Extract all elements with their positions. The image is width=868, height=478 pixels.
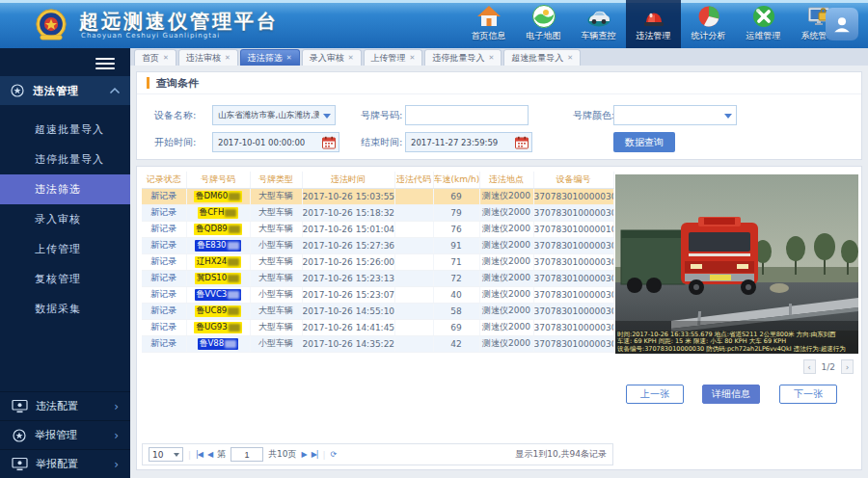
detail-info-button[interactable]: 详细信息 bbox=[702, 385, 760, 404]
start-time-label: 开始时间: bbox=[154, 136, 196, 149]
sidebar-section-violation[interactable]: 违法管理 bbox=[0, 76, 130, 105]
cell-type: 大型车辆 bbox=[250, 204, 302, 221]
tab-parking-batch-import[interactable]: 违停批量导入✕ bbox=[424, 49, 502, 66]
sidebar-group-report-config[interactable]: 举报配置 › bbox=[0, 449, 130, 478]
nav-maintenance[interactable]: 运维管理 bbox=[736, 0, 791, 48]
sidebar-item-parking-batch-import[interactable]: 违停批量导入 bbox=[0, 145, 130, 174]
cell-speed: 71 bbox=[433, 253, 479, 270]
sidebar-group-violation-config[interactable]: 违法配置 › bbox=[0, 391, 130, 420]
cell-speed: 69 bbox=[433, 319, 479, 335]
truck-photo-illustration bbox=[615, 174, 858, 354]
tab-upload-management[interactable]: 上传管理✕ bbox=[364, 49, 423, 66]
cell-code bbox=[394, 319, 433, 335]
next-photo-button[interactable]: 下一张 bbox=[779, 385, 837, 404]
redacted-plate-tail bbox=[229, 226, 240, 233]
data-query-button[interactable]: 数据查询 bbox=[613, 132, 675, 152]
cell-time: 2017-10-26 15:18:32 bbox=[302, 204, 394, 221]
plate-number-input[interactable] bbox=[405, 105, 529, 125]
tab-home[interactable]: 首页✕ bbox=[134, 49, 176, 66]
plate-color-label: 号牌颜色: bbox=[573, 109, 614, 122]
cell-code bbox=[394, 335, 433, 352]
last-page-icon[interactable]: ▶| bbox=[312, 450, 318, 459]
cell-time: 2017-10-26 15:03:55 bbox=[302, 188, 394, 204]
sidebar-item-violation-filter[interactable]: 违法筛选 bbox=[0, 174, 130, 204]
plate-color-select[interactable] bbox=[613, 105, 737, 125]
end-time-input[interactable]: 2017-11-27 23:59:59 bbox=[405, 132, 532, 152]
column-header: 车速(km/h) bbox=[433, 172, 479, 188]
tab-label: 超速批量导入 bbox=[511, 52, 563, 65]
cell-location: 测速仪2000 bbox=[479, 319, 533, 335]
chevron-down-icon bbox=[323, 114, 331, 119]
close-icon[interactable]: ✕ bbox=[410, 54, 416, 62]
redacted-plate-tail bbox=[229, 193, 240, 200]
photo-pager: ‹ 1/2 › bbox=[803, 359, 854, 374]
device-name-select[interactable]: 山东省潍坊市寨,山东潍坊,测速21 bbox=[212, 105, 336, 125]
close-icon[interactable]: ✕ bbox=[225, 54, 231, 62]
cell-location: 测速仪2000 bbox=[479, 286, 533, 303]
nav-statistics[interactable]: 统计分析 bbox=[681, 0, 736, 48]
column-header: 号牌类型 bbox=[250, 172, 302, 188]
photo-prev-page-icon[interactable]: ‹ bbox=[803, 359, 816, 374]
nav-label: 车辆查控 bbox=[571, 30, 626, 42]
sidebar-item-upload-management[interactable]: 上传管理 bbox=[0, 234, 130, 264]
table-row[interactable]: 新记录 鲁DM60 大型车辆 2017-10-26 15:03:55 69 测速… bbox=[142, 188, 613, 204]
cell-speed: 69 bbox=[433, 188, 479, 204]
page-size-select[interactable]: 10 bbox=[149, 447, 183, 462]
previous-photo-button[interactable]: 上一张 bbox=[626, 385, 684, 404]
close-icon[interactable]: ✕ bbox=[348, 54, 354, 62]
pagination-summary: 显示1到10,共94条记录 bbox=[516, 448, 608, 461]
table-row[interactable]: 新记录 鲁E830 小型车辆 2017-10-26 15:27:36 91 测速… bbox=[142, 237, 613, 253]
table-row[interactable]: 新记录 鲁CFH 大型车辆 2017-10-26 15:18:32 79 测速仪… bbox=[142, 204, 613, 221]
cell-type: 大型车辆 bbox=[250, 319, 302, 335]
menu-toggle[interactable] bbox=[95, 55, 115, 72]
prev-page-icon[interactable]: ◀ bbox=[207, 450, 212, 459]
cell-location: 测速仪2000 bbox=[479, 188, 533, 204]
table-row[interactable]: 新记录 鲁QD89 大型车辆 2017-10-26 15:01:04 76 测速… bbox=[142, 221, 613, 237]
close-icon[interactable]: ✕ bbox=[286, 54, 292, 62]
evidence-photo[interactable]: 时间:2017-10-26 16:33:55.679 地点:省道S211 2公里… bbox=[615, 174, 858, 354]
table-row[interactable]: 新记录 鲁UC89 大型车辆 2017-10-26 14:55:10 58 测速… bbox=[142, 303, 613, 319]
table-row[interactable]: 新记录 辽HX24 大型车辆 2017-10-26 15:26:00 71 测速… bbox=[142, 253, 613, 270]
photo-next-page-icon[interactable]: › bbox=[841, 359, 854, 374]
close-icon[interactable]: ✕ bbox=[488, 54, 494, 62]
nav-home[interactable]: 首页信息 bbox=[461, 0, 516, 48]
close-icon[interactable]: ✕ bbox=[163, 54, 169, 62]
table-row[interactable]: 新记录 鲁V88 小型车辆 2017-10-26 14:35:22 42 测速仪… bbox=[142, 335, 613, 352]
end-time-label: 结束时间: bbox=[361, 136, 402, 149]
first-page-icon[interactable]: |◀ bbox=[196, 450, 203, 459]
tab-speed-batch-import[interactable]: 超速批量导入✕ bbox=[503, 49, 581, 66]
tab-violation-review[interactable]: 违法审核✕ bbox=[178, 49, 238, 66]
close-icon[interactable]: ✕ bbox=[567, 54, 573, 62]
cell-device: 370783010000030 bbox=[533, 303, 613, 319]
user-icon bbox=[831, 13, 853, 35]
nav-map[interactable]: 电子地图 bbox=[516, 0, 571, 48]
start-time-input[interactable]: 2017-10-01 00:00:00 bbox=[212, 132, 339, 152]
sidebar-item-recheck-management[interactable]: 复核管理 bbox=[0, 264, 130, 294]
table-row[interactable]: 新记录 鲁UG93 大型车辆 2017-10-26 14:41:45 69 测速… bbox=[142, 319, 613, 335]
cell-plate: 鲁UG93 bbox=[186, 319, 250, 335]
cell-location: 测速仪2000 bbox=[479, 253, 533, 270]
calendar-icon[interactable] bbox=[515, 136, 529, 149]
nav-violation[interactable]: 违法管理 bbox=[626, 0, 681, 48]
tab-entry-review[interactable]: 录入审核✕ bbox=[302, 49, 362, 66]
sidebar-item-entry-review[interactable]: 录入审核 bbox=[0, 204, 130, 234]
app-window: 超远测速仪管理平台 Chaoyuan Ceshuyi Guanlipingtai… bbox=[0, 0, 868, 478]
sidebar-group-report-management[interactable]: 举报管理 › bbox=[0, 420, 130, 449]
nav-vehicle[interactable]: 车辆查控 bbox=[571, 0, 626, 48]
tab-violation-filter[interactable]: 违法筛选✕ bbox=[240, 49, 300, 66]
sidebar-item-speed-batch-import[interactable]: 超速批量导入 bbox=[0, 115, 130, 145]
cell-plate: 鲁VVC3 bbox=[186, 286, 250, 303]
sidebar-item-data-collection[interactable]: 数据采集 bbox=[0, 294, 130, 324]
cell-device: 370783010000030 bbox=[533, 253, 613, 270]
table-row[interactable]: 新记录 冀DS10 大型车辆 2017-10-26 15:23:13 72 测速… bbox=[142, 270, 613, 286]
page-number-input[interactable] bbox=[231, 447, 263, 462]
cell-device: 370783010000030 bbox=[533, 286, 613, 303]
user-account-button[interactable] bbox=[826, 8, 858, 40]
cell-code bbox=[394, 270, 433, 286]
next-page-icon[interactable]: ▶ bbox=[302, 450, 307, 459]
calendar-icon[interactable] bbox=[322, 136, 336, 149]
refresh-icon[interactable]: ⟳ bbox=[331, 450, 337, 459]
table-row[interactable]: 新记录 鲁VVC3 小型车辆 2017-10-26 15:23:07 40 测速… bbox=[142, 286, 613, 303]
query-conditions-panel: 查询条件 设备名称: 山东省潍坊市寨,山东潍坊,测速21 号牌号码: 号牌颜色:… bbox=[136, 71, 862, 160]
app-title: 超远测速仪管理平台 bbox=[79, 9, 279, 35]
